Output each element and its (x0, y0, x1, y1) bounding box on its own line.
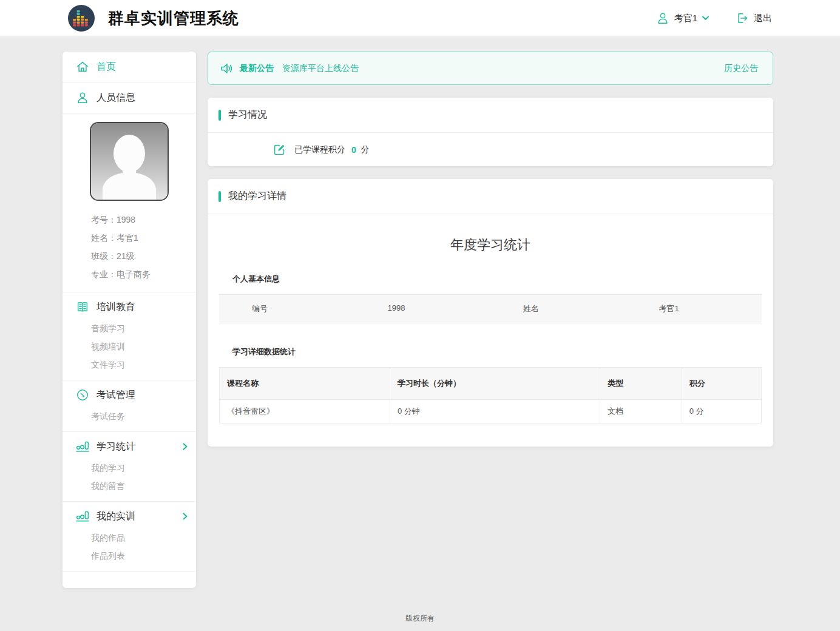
cell-duration: 0 分钟 (390, 400, 600, 423)
accent-bar (218, 110, 221, 121)
chevron-right-icon (183, 513, 188, 520)
sidebar-item-works-list[interactable]: 作品列表 (63, 547, 196, 565)
chevron-down-icon (702, 16, 709, 21)
score-label: 已学课程积分 (294, 144, 345, 155)
logout-icon (736, 12, 749, 25)
sidebar-item-my-messages[interactable]: 我的留言 (63, 477, 196, 495)
sidebar-group-training: 培训教育 音频学习 视频培训 文件学习 (63, 292, 196, 380)
study-detail-table: 课程名称 学习时长（分钟） 类型 积分 《抖音雷区》 0 分钟 文档 0 分 (219, 367, 762, 423)
study-status-panel: 学习情况 已学课程积分 0 分 (208, 98, 773, 166)
user-menu[interactable]: 考官1 (656, 12, 709, 25)
logout-button[interactable]: 退出 (736, 12, 772, 25)
detail-stats-label: 学习详细数据统计 (219, 346, 762, 357)
announcement-bar: 最新公告 资源库平台上线公告 历史公告 (208, 52, 773, 85)
column-header-duration: 学习时长（分钟） (390, 368, 600, 399)
sidebar-item-my-works[interactable]: 我的作品 (63, 528, 196, 547)
annual-stats-title: 年度学习统计 (219, 236, 762, 254)
profile-field-exam-no: 考号：1998 (91, 211, 190, 229)
basic-info-label: 个人基本信息 (219, 274, 762, 285)
sidebar-group-study-stats-header[interactable]: 学习统计 (63, 432, 196, 459)
sidebar-group-study-stats: 学习统计 我的学习 我的留言 (63, 431, 196, 501)
sidebar-bottom-pad (63, 571, 196, 579)
info-key-id: 编号 (219, 295, 355, 323)
sidebar-group-exam-header[interactable]: 考试管理 (63, 380, 196, 407)
sidebar-item-video-training[interactable]: 视频培训 (63, 337, 196, 356)
panel-title: 我的学习详情 (228, 190, 286, 203)
sidebar-item-home[interactable]: 首页 (63, 52, 196, 83)
basic-info-row: 编号 1998 姓名 考官1 (219, 294, 762, 323)
top-header: 群卓实训管理系统 考官1 退出 (0, 0, 840, 36)
study-status-header: 学习情况 (208, 98, 773, 133)
book-icon (76, 300, 89, 314)
profile-fields: 考号：1998 姓名：考官1 班级：21级 专业：电子商务 (63, 211, 196, 292)
logout-label: 退出 (754, 13, 772, 24)
column-header-type: 类型 (600, 368, 682, 399)
sidebar-group-label: 学习统计 (97, 440, 135, 453)
speaker-icon (219, 61, 234, 76)
sidebar-group-label: 我的实训 (97, 510, 135, 523)
history-announcements-link[interactable]: 历史公告 (724, 63, 758, 74)
info-key-name: 姓名 (490, 295, 626, 323)
edit-icon (273, 143, 286, 156)
footer-copyright-cn: 版权所有 (0, 613, 840, 624)
sidebar-group-my-practice-header[interactable]: 我的实训 (63, 502, 196, 528)
info-value-id: 1998 (355, 295, 491, 323)
sidebar: 首页 人员信息 考号：1998 (63, 52, 196, 588)
cell-score: 0 分 (682, 400, 761, 423)
sidebar-item-file-study[interactable]: 文件学习 (63, 356, 196, 374)
score-value: 0 (351, 145, 356, 155)
column-header-course: 课程名称 (220, 368, 390, 399)
page-footer: 版权所有 ©Copyright 2009 - 2020. 56sucai.com… (0, 588, 840, 631)
person-icon (76, 91, 89, 104)
avatar (90, 122, 169, 201)
sidebar-item-profile[interactable]: 人员信息 (63, 83, 196, 113)
column-header-score: 积分 (682, 368, 761, 399)
score-unit: 分 (361, 144, 370, 155)
course-score-row: 已学课程积分 0 分 (208, 133, 773, 166)
home-icon (76, 60, 89, 73)
sidebar-item-my-study[interactable]: 我的学习 (63, 459, 196, 477)
sidebar-item-audio-study[interactable]: 音频学习 (63, 319, 196, 337)
study-detail-panel: 我的学习详情 年度学习统计 个人基本信息 编号 1998 姓名 考官1 学习详细… (208, 179, 773, 447)
table-header-row: 课程名称 学习时长（分钟） 类型 积分 (220, 368, 761, 399)
announcement-tag: 最新公告 (240, 63, 274, 74)
profile-field-class: 班级：21级 (91, 247, 190, 265)
chart-icon (76, 440, 89, 453)
sidebar-group-label: 培训教育 (97, 301, 135, 314)
chart-icon (76, 510, 89, 523)
sidebar-group-label: 考试管理 (97, 389, 135, 402)
chevron-right-icon (183, 443, 188, 450)
user-name: 考官1 (674, 13, 697, 24)
table-row: 《抖音雷区》 0 分钟 文档 0 分 (220, 399, 761, 423)
panel-title: 学习情况 (228, 109, 267, 121)
cell-type: 文档 (600, 400, 682, 423)
sidebar-group-exam: 考试管理 考试任务 (63, 380, 196, 431)
accent-bar (218, 191, 221, 202)
info-value-name: 考官1 (626, 295, 762, 323)
profile-field-major: 专业：电子商务 (91, 265, 190, 283)
sidebar-item-exam-task[interactable]: 考试任务 (63, 407, 196, 425)
profile-field-name: 姓名：考官1 (91, 229, 190, 247)
app-logo-equalizer-icon (68, 5, 95, 32)
user-icon (656, 12, 669, 25)
announcement-link[interactable]: 资源库平台上线公告 (282, 63, 359, 74)
cell-course-name: 《抖音雷区》 (220, 400, 390, 423)
sidebar-item-label: 人员信息 (97, 92, 135, 104)
sidebar-group-my-practice: 我的实训 我的作品 作品列表 (63, 501, 196, 571)
app-title: 群卓实训管理系统 (108, 8, 239, 29)
sidebar-group-training-header[interactable]: 培训教育 (63, 292, 196, 319)
main-content: 最新公告 资源库平台上线公告 历史公告 学习情况 已学课程积分 0 分 (208, 52, 773, 447)
sidebar-item-label: 首页 (97, 61, 116, 73)
clock-icon (76, 388, 89, 402)
study-detail-header: 我的学习详情 (208, 179, 773, 214)
